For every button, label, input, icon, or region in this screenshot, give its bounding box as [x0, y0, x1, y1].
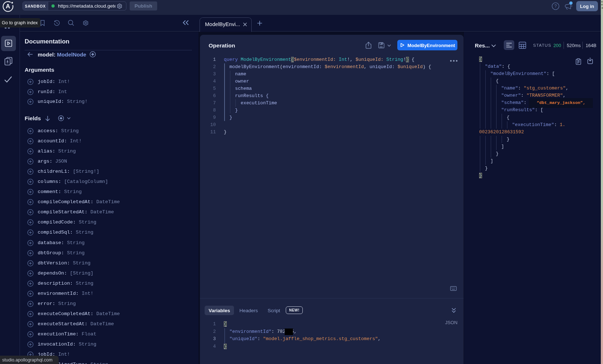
svg-text:?: ? [554, 4, 557, 9]
svg-text:A: A [6, 3, 10, 10]
